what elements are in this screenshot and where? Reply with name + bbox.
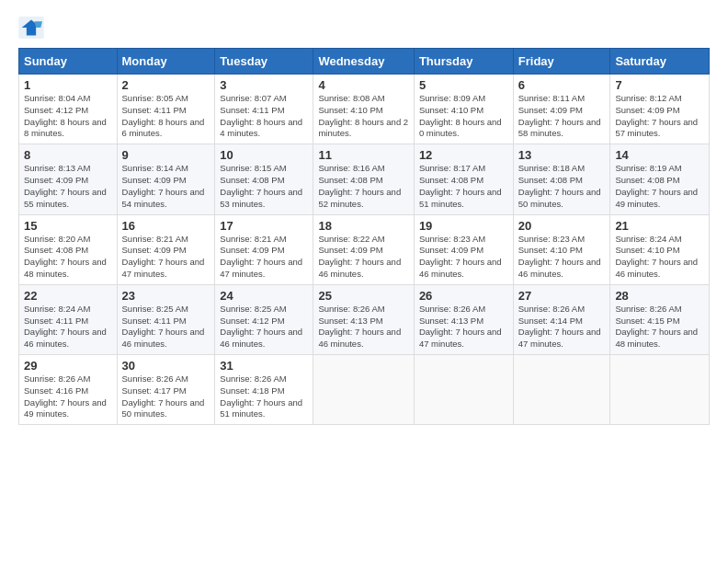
day-detail: Sunrise: 8:26 AMSunset: 4:13 PMDaylight:…: [318, 304, 408, 350]
day-detail: Sunrise: 8:26 AMSunset: 4:15 PMDaylight:…: [615, 304, 704, 350]
day-number: 6: [518, 78, 606, 92]
calendar-cell: 30Sunrise: 8:26 AMSunset: 4:17 PMDayligh…: [117, 355, 215, 425]
day-detail: Sunrise: 8:21 AMSunset: 4:09 PMDaylight:…: [122, 234, 210, 281]
logo-icon: [18, 17, 44, 39]
day-detail: Sunrise: 8:18 AMSunset: 4:08 PMDaylight:…: [518, 163, 606, 210]
day-number: 9: [122, 148, 210, 162]
header: [18, 17, 710, 39]
day-number: 23: [122, 289, 210, 303]
day-detail: Sunrise: 8:11 AMSunset: 4:09 PMDaylight:…: [518, 93, 606, 140]
calendar-cell: 22Sunrise: 8:24 AMSunset: 4:11 PMDayligh…: [19, 284, 118, 354]
day-detail: Sunrise: 8:24 AMSunset: 4:11 PMDaylight:…: [24, 304, 112, 350]
day-detail: Sunrise: 8:04 AMSunset: 4:12 PMDaylight:…: [24, 93, 112, 140]
day-number: 7: [615, 78, 704, 92]
day-number: 14: [615, 148, 704, 162]
day-number: 4: [318, 78, 408, 92]
calendar-cell: [610, 355, 710, 425]
col-header-wednesday: Wednesday: [313, 49, 414, 75]
calendar-cell: [313, 355, 414, 425]
week-row-1: 1Sunrise: 8:04 AMSunset: 4:12 PMDaylight…: [19, 75, 710, 144]
day-detail: Sunrise: 8:08 AMSunset: 4:10 PMDaylight:…: [318, 93, 408, 140]
col-header-sunday: Sunday: [19, 49, 118, 75]
calendar-cell: 31Sunrise: 8:26 AMSunset: 4:18 PMDayligh…: [215, 355, 313, 425]
calendar-cell: 7Sunrise: 8:12 AMSunset: 4:09 PMDaylight…: [610, 75, 710, 144]
day-number: 31: [220, 359, 308, 373]
day-detail: Sunrise: 8:22 AMSunset: 4:09 PMDaylight:…: [318, 234, 408, 281]
day-detail: Sunrise: 8:25 AMSunset: 4:12 PMDaylight:…: [220, 304, 308, 350]
day-number: 1: [24, 78, 112, 92]
day-number: 29: [24, 359, 112, 373]
day-detail: Sunrise: 8:07 AMSunset: 4:11 PMDaylight:…: [220, 93, 308, 140]
day-number: 8: [24, 148, 112, 162]
day-detail: Sunrise: 8:26 AMSunset: 4:13 PMDaylight:…: [419, 304, 508, 350]
week-row-3: 15Sunrise: 8:20 AMSunset: 4:08 PMDayligh…: [19, 214, 710, 284]
day-detail: Sunrise: 8:23 AMSunset: 4:09 PMDaylight:…: [419, 234, 508, 281]
day-number: 25: [318, 289, 408, 303]
col-header-monday: Monday: [117, 49, 215, 75]
day-number: 3: [220, 78, 308, 92]
day-detail: Sunrise: 8:14 AMSunset: 4:09 PMDaylight:…: [122, 163, 210, 210]
day-number: 24: [220, 289, 308, 303]
day-number: 22: [24, 289, 112, 303]
day-number: 19: [419, 219, 508, 233]
day-number: 2: [122, 78, 210, 92]
logo: [18, 17, 48, 39]
col-header-friday: Friday: [513, 49, 610, 75]
calendar-cell: [414, 355, 513, 425]
day-number: 15: [24, 219, 112, 233]
day-number: 10: [220, 148, 308, 162]
calendar-cell: [513, 355, 610, 425]
calendar-cell: 1Sunrise: 8:04 AMSunset: 4:12 PMDaylight…: [19, 75, 118, 144]
calendar-cell: 27Sunrise: 8:26 AMSunset: 4:14 PMDayligh…: [513, 284, 610, 354]
day-detail: Sunrise: 8:13 AMSunset: 4:09 PMDaylight:…: [24, 163, 112, 210]
day-detail: Sunrise: 8:05 AMSunset: 4:11 PMDaylight:…: [122, 93, 210, 140]
day-number: 17: [220, 219, 308, 233]
calendar-cell: 10Sunrise: 8:15 AMSunset: 4:08 PMDayligh…: [215, 144, 313, 214]
day-number: 28: [615, 289, 704, 303]
day-detail: Sunrise: 8:12 AMSunset: 4:09 PMDaylight:…: [615, 93, 704, 140]
day-detail: Sunrise: 8:23 AMSunset: 4:10 PMDaylight:…: [518, 234, 606, 281]
day-detail: Sunrise: 8:25 AMSunset: 4:11 PMDaylight:…: [122, 304, 210, 350]
calendar-cell: 28Sunrise: 8:26 AMSunset: 4:15 PMDayligh…: [610, 284, 710, 354]
week-row-2: 8Sunrise: 8:13 AMSunset: 4:09 PMDaylight…: [19, 144, 710, 214]
calendar-cell: 3Sunrise: 8:07 AMSunset: 4:11 PMDaylight…: [215, 75, 313, 144]
week-row-5: 29Sunrise: 8:26 AMSunset: 4:16 PMDayligh…: [19, 355, 710, 425]
day-number: 20: [518, 219, 606, 233]
day-number: 21: [615, 219, 704, 233]
day-detail: Sunrise: 8:26 AMSunset: 4:16 PMDaylight:…: [24, 373, 112, 420]
day-number: 30: [122, 359, 210, 373]
day-detail: Sunrise: 8:20 AMSunset: 4:08 PMDaylight:…: [24, 234, 112, 281]
calendar-cell: 16Sunrise: 8:21 AMSunset: 4:09 PMDayligh…: [117, 214, 215, 284]
calendar-cell: 11Sunrise: 8:16 AMSunset: 4:08 PMDayligh…: [313, 144, 414, 214]
calendar-cell: 20Sunrise: 8:23 AMSunset: 4:10 PMDayligh…: [513, 214, 610, 284]
calendar-cell: 17Sunrise: 8:21 AMSunset: 4:09 PMDayligh…: [215, 214, 313, 284]
day-detail: Sunrise: 8:09 AMSunset: 4:10 PMDaylight:…: [419, 93, 508, 140]
calendar-cell: 6Sunrise: 8:11 AMSunset: 4:09 PMDaylight…: [513, 75, 610, 144]
day-number: 18: [318, 219, 408, 233]
col-header-tuesday: Tuesday: [215, 49, 313, 75]
day-detail: Sunrise: 8:15 AMSunset: 4:08 PMDaylight:…: [220, 163, 308, 210]
day-number: 12: [419, 148, 508, 162]
day-detail: Sunrise: 8:26 AMSunset: 4:18 PMDaylight:…: [220, 373, 308, 420]
day-detail: Sunrise: 8:26 AMSunset: 4:14 PMDaylight:…: [518, 304, 606, 350]
calendar-cell: 29Sunrise: 8:26 AMSunset: 4:16 PMDayligh…: [19, 355, 118, 425]
calendar-cell: 19Sunrise: 8:23 AMSunset: 4:09 PMDayligh…: [414, 214, 513, 284]
calendar-cell: 25Sunrise: 8:26 AMSunset: 4:13 PMDayligh…: [313, 284, 414, 354]
col-header-thursday: Thursday: [414, 49, 513, 75]
day-number: 27: [518, 289, 606, 303]
col-header-saturday: Saturday: [610, 49, 710, 75]
calendar-cell: 14Sunrise: 8:19 AMSunset: 4:08 PMDayligh…: [610, 144, 710, 214]
calendar-cell: 12Sunrise: 8:17 AMSunset: 4:08 PMDayligh…: [414, 144, 513, 214]
day-number: 11: [318, 148, 408, 162]
day-detail: Sunrise: 8:19 AMSunset: 4:08 PMDaylight:…: [615, 163, 704, 210]
day-number: 16: [122, 219, 210, 233]
calendar-cell: 21Sunrise: 8:24 AMSunset: 4:10 PMDayligh…: [610, 214, 710, 284]
calendar-cell: 24Sunrise: 8:25 AMSunset: 4:12 PMDayligh…: [215, 284, 313, 354]
calendar-cell: 5Sunrise: 8:09 AMSunset: 4:10 PMDaylight…: [414, 75, 513, 144]
day-detail: Sunrise: 8:21 AMSunset: 4:09 PMDaylight:…: [220, 234, 308, 281]
day-number: 13: [518, 148, 606, 162]
calendar-cell: 18Sunrise: 8:22 AMSunset: 4:09 PMDayligh…: [313, 214, 414, 284]
calendar-cell: 4Sunrise: 8:08 AMSunset: 4:10 PMDaylight…: [313, 75, 414, 144]
day-detail: Sunrise: 8:26 AMSunset: 4:17 PMDaylight:…: [122, 373, 210, 420]
calendar-cell: 13Sunrise: 8:18 AMSunset: 4:08 PMDayligh…: [513, 144, 610, 214]
